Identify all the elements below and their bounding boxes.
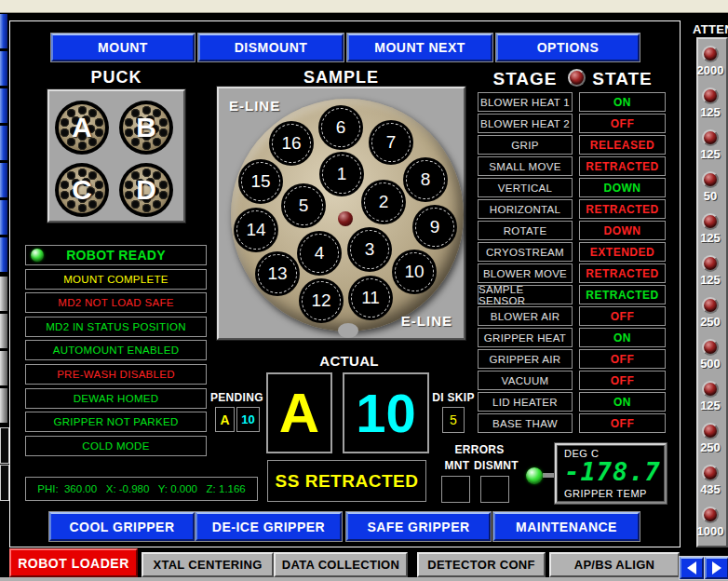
sample-position-14[interactable]: 14	[234, 208, 278, 252]
pending-label: PENDING	[210, 391, 263, 404]
status-text: MD2 NOT LOAD SAFE	[58, 297, 173, 308]
stage-label-text: GRIPPER AIR	[490, 354, 561, 365]
stage-button-blower-move[interactable]: BLOWER MOVE	[478, 263, 573, 283]
status-text: MOUNT COMPLETE	[63, 274, 169, 285]
stage-button-cryostream[interactable]: CRYOSTREAM	[478, 242, 573, 262]
puck-b-button[interactable]: B	[119, 101, 173, 155]
stage-button-vacuum[interactable]: VACUUM	[478, 371, 573, 390]
temp-name-label: GRIPPER TEMP	[564, 488, 647, 499]
atten-led-button[interactable]	[702, 129, 719, 146]
atten-led-button[interactable]	[702, 381, 719, 398]
eline-label-top: E-LINE	[229, 98, 280, 114]
state-indicator-lid-heater: ON	[579, 392, 666, 412]
sample-position-12[interactable]: 12	[299, 278, 344, 323]
atten-led-button[interactable]	[702, 465, 719, 481]
tab-robot-loader[interactable]: ROBOT LOADER	[9, 548, 138, 577]
safe-gripper-button[interactable]: SAFE GRIPPER	[346, 512, 491, 541]
sample-position-13[interactable]: 13	[255, 251, 300, 296]
stage-label-text: BLOWER HEAT 2	[480, 118, 570, 129]
atten-led-button[interactable]	[702, 46, 719, 62]
di-skip-value: 5	[450, 412, 457, 427]
stage-button-gripper-heat[interactable]: GRIPPER HEAT	[478, 328, 573, 347]
sample-position-8[interactable]: 8	[403, 157, 448, 202]
stage-label-text: BLOWER AIR	[491, 311, 560, 322]
puck-c-button[interactable]: C	[55, 163, 109, 217]
sample-position-11[interactable]: 11	[348, 276, 393, 320]
puck-center-pin	[338, 211, 353, 226]
atten-led-button[interactable]	[702, 339, 719, 356]
atten-led-button[interactable]	[702, 171, 719, 188]
state-indicator-blower-air: OFF	[579, 306, 666, 326]
tab-xtal-centering[interactable]: XTAL CENTERING	[142, 552, 274, 577]
sample-position-1[interactable]: 1	[319, 152, 364, 196]
puck-letter: A	[55, 101, 109, 155]
status-text: GRIPPER NOT PARKED	[53, 416, 178, 427]
state-value-text: RELEASED	[590, 139, 654, 152]
maintenance-button[interactable]: MAINTENANCE	[493, 512, 640, 541]
stage-button-small-move[interactable]: SMALL MOVE	[478, 156, 573, 176]
de-ice-gripper-button[interactable]: DE-ICE GRIPPER	[195, 512, 342, 541]
sample-position-number: 4	[297, 231, 342, 276]
tab-ap-bs-align[interactable]: AP/BS ALIGN	[549, 552, 680, 577]
mount-button[interactable]: MOUNT	[51, 34, 195, 61]
state-indicator-sample-sensor: RETRACTED	[579, 285, 666, 304]
status-indicator-automount-enabled: AUTOMOUNT ENABLED	[25, 340, 207, 360]
state-section-title: STATE	[579, 69, 666, 89]
tab-data-collection[interactable]: DATA COLLECTION	[274, 552, 408, 577]
atten-led-button[interactable]	[702, 255, 719, 272]
sample-position-3[interactable]: 3	[347, 227, 392, 272]
sample-position-6[interactable]: 6	[318, 105, 363, 150]
stage-button-grip[interactable]: GRIP	[478, 135, 573, 155]
dismount-button[interactable]: DISMOUNT	[198, 34, 344, 61]
tab-scroll-left-button[interactable]	[680, 557, 704, 579]
edge-strip-segment	[0, 51, 7, 86]
stage-button-gripper-air[interactable]: GRIPPER AIR	[478, 349, 573, 369]
status-text: COLD MODE	[82, 440, 149, 452]
sample-position-10[interactable]: 10	[392, 250, 437, 294]
puck-d-button[interactable]: D	[119, 163, 173, 217]
di-skip-field[interactable]: 5	[442, 407, 465, 433]
actual-puck-text: A	[279, 381, 319, 445]
atten-value: 250	[694, 440, 726, 454]
atten-led-button[interactable]	[702, 213, 719, 230]
sample-position-15[interactable]: 15	[238, 159, 283, 204]
atten-value: 125	[694, 147, 726, 161]
sample-position-4[interactable]: 4	[297, 231, 342, 276]
atten-value: 125	[694, 399, 726, 412]
stage-button-sample-sensor[interactable]: SAMPLE SENSOR	[478, 285, 573, 304]
eline-label-bottom: E-LINE	[401, 313, 452, 329]
position-readout-text: PHI: 360.00 X: -0.980 Y: 0.000 Z: 1.166	[37, 483, 246, 494]
atten-label: ATTEN	[693, 22, 728, 36]
options-button[interactable]: OPTIONS	[496, 34, 640, 61]
state-indicator-grip: RELEASED	[579, 135, 666, 155]
tab-detector-conf[interactable]: DETECTOR CONF	[417, 552, 546, 577]
stage-button-lid-heater[interactable]: LID HEATER	[478, 392, 573, 412]
stage-button-blower-air[interactable]: BLOWER AIR	[478, 306, 573, 326]
edge-strip-segment	[0, 88, 7, 123]
right-arrow-icon	[712, 561, 721, 574]
atten-led-button[interactable]	[702, 88, 719, 104]
sample-position-5[interactable]: 5	[281, 183, 326, 228]
mount-next-button[interactable]: MOUNT NEXT	[347, 34, 492, 61]
cool-gripper-button[interactable]: COOL GRIPPER	[49, 512, 195, 541]
stage-button-blower-heat-2[interactable]: BLOWER HEAT 2	[478, 114, 573, 133]
actual-label: ACTUAL	[279, 353, 419, 369]
sample-position-9[interactable]: 9	[412, 205, 457, 250]
stage-button-rotate[interactable]: ROTATE	[478, 221, 573, 240]
atten-led-button[interactable]	[702, 423, 719, 439]
tab-scroll-right-button[interactable]	[705, 557, 728, 579]
stage-button-blower-heat-1[interactable]: BLOWER HEAT 1	[478, 92, 573, 112]
puck-a-button[interactable]: A	[55, 101, 109, 155]
atten-led-button[interactable]	[702, 507, 719, 523]
state-value-text: DOWN	[604, 182, 641, 195]
state-indicator-small-move: RETRACTED	[579, 156, 666, 176]
stage-button-vertical[interactable]: VERTICAL	[478, 178, 573, 197]
atten-led-button[interactable]	[702, 297, 719, 314]
sample-position-2[interactable]: 2	[361, 180, 406, 224]
sample-position-number: 13	[255, 251, 300, 296]
stage-button-base-thaw[interactable]: BASE THAW	[478, 413, 573, 433]
status-text: ROBOT READY	[66, 248, 166, 263]
status-text: PRE-WASH DISABLED	[57, 369, 175, 380]
status-indicator-pre-wash-disabled: PRE-WASH DISABLED	[25, 364, 207, 385]
stage-button-horizontal[interactable]: HORIZONTAL	[478, 199, 573, 219]
